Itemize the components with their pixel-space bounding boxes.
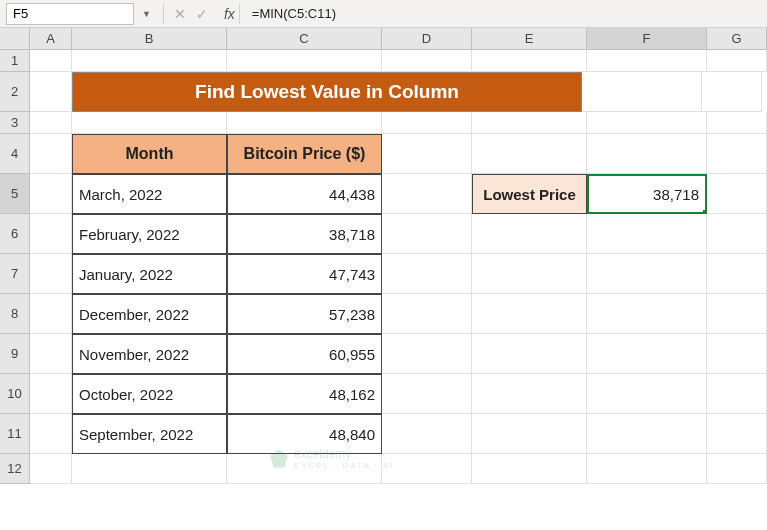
cell[interactable] [707,112,767,134]
cell[interactable] [472,414,587,454]
cell[interactable] [72,50,227,72]
row-header-9[interactable]: 9 [0,334,30,374]
cell[interactable] [587,414,707,454]
cell[interactable] [707,214,767,254]
cell[interactable] [472,112,587,134]
cell[interactable] [707,334,767,374]
row-header-6[interactable]: 6 [0,214,30,254]
lowest-price-result[interactable]: 38,718 [587,174,707,214]
cell[interactable] [472,454,587,484]
cancel-icon[interactable]: ✕ [174,6,186,22]
cell[interactable] [382,294,472,334]
cell[interactable] [227,50,382,72]
cell[interactable] [30,414,72,454]
cell-price[interactable]: 38,718 [227,214,382,254]
cell[interactable] [30,134,72,174]
cell[interactable] [587,454,707,484]
cell-month[interactable]: March, 2022 [72,174,227,214]
cell[interactable] [382,374,472,414]
cell[interactable] [707,414,767,454]
cell[interactable] [582,72,702,112]
row-header-7[interactable]: 7 [0,254,30,294]
cell[interactable] [707,50,767,72]
cell[interactable] [472,214,587,254]
formula-input[interactable]: =MIN(C5:C11) [244,6,767,21]
cell[interactable] [587,334,707,374]
row-header-3[interactable]: 3 [0,112,30,134]
row-header-11[interactable]: 11 [0,414,30,454]
cell[interactable] [707,174,767,214]
cell[interactable] [707,454,767,484]
cell[interactable] [707,374,767,414]
header-price[interactable]: Bitcoin Price ($) [227,134,382,174]
cell-price[interactable]: 47,743 [227,254,382,294]
cell-month[interactable]: November, 2022 [72,334,227,374]
col-header-D[interactable]: D [382,28,472,50]
cell[interactable] [472,334,587,374]
cell-price[interactable]: 60,955 [227,334,382,374]
col-header-F[interactable]: F [587,28,707,50]
cell[interactable] [587,374,707,414]
cell-month[interactable]: October, 2022 [72,374,227,414]
cell[interactable] [72,454,227,484]
cell-month[interactable]: February, 2022 [72,214,227,254]
cell[interactable] [472,134,587,174]
cell[interactable] [472,374,587,414]
row-header-8[interactable]: 8 [0,294,30,334]
cell[interactable] [382,414,472,454]
cell-month[interactable]: September, 2022 [72,414,227,454]
cell-month[interactable]: December, 2022 [72,294,227,334]
cell[interactable] [707,134,767,174]
lowest-price-label[interactable]: Lowest Price [472,174,587,214]
cell[interactable] [587,254,707,294]
row-header-2[interactable]: 2 [0,72,30,112]
fx-icon[interactable]: fx [224,6,235,22]
col-header-E[interactable]: E [472,28,587,50]
cell[interactable] [587,214,707,254]
cell-month[interactable]: January, 2022 [72,254,227,294]
row-header-5[interactable]: 5 [0,174,30,214]
col-header-B[interactable]: B [72,28,227,50]
cell-price[interactable]: 57,238 [227,294,382,334]
title-cell[interactable]: Find Lowest Value in Column [72,72,582,112]
col-header-G[interactable]: G [707,28,767,50]
row-header-10[interactable]: 10 [0,374,30,414]
cell[interactable] [587,134,707,174]
name-box-dropdown-icon[interactable]: ▼ [142,9,151,19]
cell[interactable] [30,112,72,134]
row-header-1[interactable]: 1 [0,50,30,72]
fill-handle[interactable] [702,209,707,214]
cell[interactable] [30,174,72,214]
cell[interactable] [30,214,72,254]
select-all-corner[interactable] [0,28,30,50]
cell[interactable] [30,294,72,334]
cell-price[interactable]: 48,162 [227,374,382,414]
cell[interactable] [30,454,72,484]
cell[interactable] [382,214,472,254]
cell[interactable] [702,72,762,112]
col-header-A[interactable]: A [30,28,72,50]
cell[interactable] [587,112,707,134]
header-month[interactable]: Month [72,134,227,174]
cell[interactable] [30,72,72,112]
cell[interactable] [382,454,472,484]
cell[interactable] [707,294,767,334]
row-header-4[interactable]: 4 [0,134,30,174]
cell[interactable] [587,50,707,72]
cell[interactable] [382,134,472,174]
cell[interactable] [382,174,472,214]
cell[interactable] [472,254,587,294]
cell[interactable] [382,50,472,72]
cell[interactable] [30,254,72,294]
col-header-C[interactable]: C [227,28,382,50]
cell[interactable] [472,50,587,72]
enter-icon[interactable]: ✓ [196,6,208,22]
name-box[interactable]: F5 [6,3,134,25]
cell[interactable] [30,334,72,374]
row-header-12[interactable]: 12 [0,454,30,484]
cell[interactable] [707,254,767,294]
cell[interactable] [30,50,72,72]
cell-price[interactable]: 44,438 [227,174,382,214]
cell[interactable] [587,294,707,334]
cell[interactable] [382,334,472,374]
